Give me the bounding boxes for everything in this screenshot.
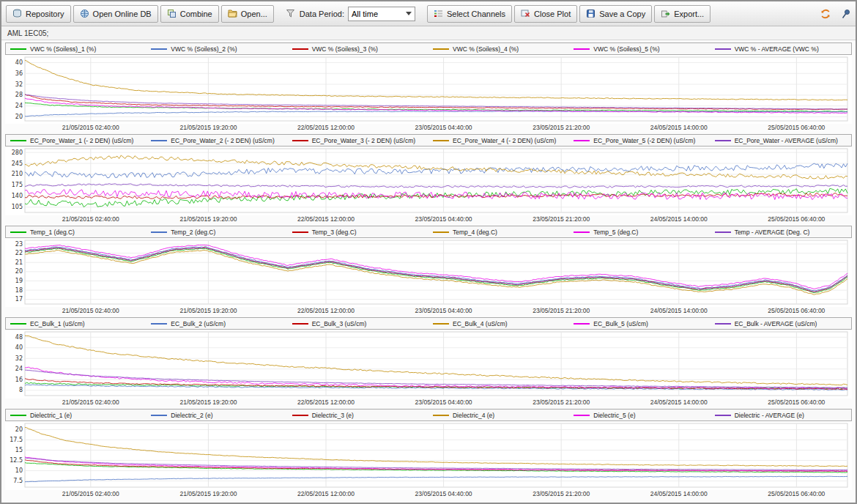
y-tick-label: 245	[12, 160, 23, 167]
legend-swatch	[292, 140, 308, 141]
combine-button[interactable]: Combine	[160, 5, 219, 23]
legend-item[interactable]: EC_Pore_Water - AVERAGE (uS/cm)	[711, 137, 851, 144]
legend-swatch	[151, 231, 167, 233]
dataset-tab[interactable]: AML 1EC05;	[7, 29, 48, 37]
legend-item[interactable]: Dielectric_3 (e)	[288, 412, 428, 419]
repository-button[interactable]: Repository	[6, 5, 71, 23]
legend-label: EC_Pore_Water_1 (- 2 DEN) (uS/cm)	[30, 137, 133, 144]
x-tick-label: 23/05/2015 04:40:00	[415, 124, 472, 131]
legend-label: VWC % (Soiless)_1 (%)	[30, 45, 96, 53]
legend-item[interactable]: EC_Bulk_5 (uS/cm)	[569, 320, 710, 327]
y-tick-label: 18	[15, 287, 23, 294]
legend-swatch	[292, 323, 308, 325]
legend-label: EC_Pore_Water_5 (-2 DEN) (uS/cm)	[593, 137, 695, 144]
legend-item[interactable]: Dielectric_5 (e)	[569, 412, 710, 419]
legend-swatch	[433, 231, 449, 233]
refresh-icon[interactable]	[820, 8, 831, 20]
x-tick-label: 22/05/2015 12:00:00	[297, 307, 355, 314]
legend-item[interactable]: VWC % - AVERAGE (VWC %)	[711, 45, 851, 53]
legend-swatch	[292, 231, 308, 233]
toolbar: Repository Open Online DB Combine Open..…	[1, 1, 856, 26]
pin-icon[interactable]	[841, 9, 851, 19]
legend-item[interactable]: Dielectric - AVERAGE (e)	[711, 412, 851, 419]
button-label: Open...	[241, 10, 267, 18]
legend-item[interactable]: VWC % (Soiless)_2 (%)	[146, 45, 287, 53]
legend-item[interactable]: EC_Pore_Water_4 (- 2 DEN) (uS/cm)	[428, 137, 569, 144]
legend-item[interactable]: Dielectric_2 (e)	[146, 412, 287, 419]
data-period-select[interactable]: All time	[348, 7, 415, 21]
y-tick-label: 32	[15, 81, 23, 88]
x-tick-label: 21/05/2015 19:20:00	[179, 215, 237, 223]
legend-item[interactable]: Temp_5 (deg.C)	[569, 229, 710, 236]
y-tick-label: 20	[15, 114, 23, 120]
y-tick-label: 140	[12, 193, 23, 199]
legend-item[interactable]: VWC % (Soiless)_4 (%)	[428, 45, 569, 53]
data-period-funnel-icon	[286, 9, 295, 18]
legend-item[interactable]: EC_Pore_Water_5 (-2 DEN) (uS/cm)	[569, 137, 710, 144]
legend-item[interactable]: VWC % (Soiless)_3 (%)	[288, 45, 428, 53]
open-button[interactable]: Open...	[221, 5, 274, 23]
x-tick-label: 22/05/2015 12:00:00	[297, 215, 355, 223]
chart-legend: EC_Bulk_1 (uS/cm)EC_Bulk_2 (uS/cm)EC_Bul…	[5, 317, 852, 330]
legend-item[interactable]: Dielectric_4 (e)	[428, 412, 569, 419]
legend-item[interactable]: Temp - AVERAGE (Deg. C)	[711, 229, 851, 236]
x-tick-label: 21/05/2015 19:20:00	[179, 399, 237, 406]
legend-swatch	[433, 323, 449, 325]
button-label: Export...	[674, 10, 704, 18]
legend-item[interactable]: EC_Bulk_3 (uS/cm)	[288, 320, 428, 327]
x-axis-labels: 21/05/2015 02:40:0021/05/2015 19:20:0022…	[5, 124, 852, 133]
y-tick-label: 22	[15, 250, 23, 256]
legend-item[interactable]: EC_Bulk_4 (uS/cm)	[428, 320, 569, 327]
y-tick-label: 12.5	[10, 457, 23, 464]
open-online-db-button[interactable]: Open Online DB	[73, 5, 158, 23]
export-button[interactable]: Export...	[654, 5, 711, 23]
close-plot-button[interactable]: Close Plot	[514, 5, 577, 23]
legend-item[interactable]: Dielectric_1 (e)	[6, 412, 146, 419]
legend-swatch	[574, 140, 590, 141]
legend-swatch	[292, 48, 308, 50]
plot-area[interactable]: 105140175210245280	[5, 147, 852, 215]
y-tick-label: 23	[15, 241, 23, 248]
x-tick-label: 24/05/2015 14:00:00	[650, 399, 708, 406]
plot-area[interactable]: 202428323640	[5, 55, 852, 124]
legend-label: EC_Pore_Water_3 (- 2 DEN) (uS/cm)	[312, 137, 415, 144]
save-icon	[586, 9, 596, 18]
chart-legend: EC_Pore_Water_1 (- 2 DEN) (uS/cm)EC_Pore…	[5, 134, 852, 147]
x-tick-label: 21/05/2015 02:40:00	[62, 124, 119, 131]
legend-item[interactable]: VWC % (Soiless)_1 (%)	[6, 45, 146, 53]
button-label: Save a Copy	[599, 10, 645, 18]
x-axis-labels: 21/05/2015 02:40:0021/05/2015 19:20:0022…	[5, 399, 852, 407]
legend-item[interactable]: EC_Pore_Water_1 (- 2 DEN) (uS/cm)	[6, 137, 146, 144]
x-tick-label: 21/05/2015 19:20:00	[179, 124, 237, 131]
x-tick-label: 23/05/2015 21:20:00	[533, 215, 590, 223]
legend-item[interactable]: EC_Bulk_2 (uS/cm)	[146, 320, 287, 327]
chart-panel-5: Dielectric_1 (e)Dielectric_2 (e)Dielectr…	[5, 409, 852, 499]
chart-panel-4: EC_Bulk_1 (uS/cm)EC_Bulk_2 (uS/cm)EC_Bul…	[5, 317, 852, 407]
legend-item[interactable]: VWC % (Soiless)_5 (%)	[569, 45, 710, 53]
legend-swatch	[151, 415, 167, 416]
y-tick-label: 21	[15, 259, 23, 266]
legend-item[interactable]: EC_Bulk - AVERAGE (uS/cm)	[711, 320, 851, 327]
y-tick-label: 48	[15, 334, 23, 341]
plot-area[interactable]: 7.51012.51517.520	[5, 421, 852, 490]
y-tick-label: 24	[15, 103, 23, 109]
legend-item[interactable]: Temp_1 (deg.C)	[6, 229, 146, 236]
legend-item[interactable]: Temp_2 (deg.C)	[146, 229, 287, 236]
legend-item[interactable]: EC_Bulk_1 (uS/cm)	[6, 320, 146, 327]
legend-label: VWC % - AVERAGE (VWC %)	[735, 45, 819, 53]
button-label: Select Channels	[447, 10, 505, 18]
plot-area[interactable]: 17181920212223	[5, 238, 852, 307]
y-tick-label: 20	[15, 268, 23, 275]
legend-item[interactable]: EC_Pore_Water_2 (- 2 DEN) (uS/cm)	[146, 137, 287, 144]
x-tick-label: 22/05/2015 12:00:00	[297, 124, 355, 131]
data-period-label: Data Period:	[300, 10, 344, 18]
plot-area[interactable]: 81624324048	[5, 330, 852, 399]
save-a-copy-button[interactable]: Save a Copy	[579, 5, 652, 23]
legend-item[interactable]: Temp_4 (deg.C)	[428, 229, 569, 236]
legend-label: Dielectric_2 (e)	[171, 412, 212, 419]
legend-item[interactable]: EC_Pore_Water_3 (- 2 DEN) (uS/cm)	[288, 137, 428, 144]
select-channels-button[interactable]: Select Channels	[427, 5, 512, 23]
legend-label: Dielectric_3 (e)	[312, 412, 354, 419]
legend-item[interactable]: Temp_3 (deg.C)	[288, 229, 428, 236]
legend-swatch	[574, 323, 590, 325]
